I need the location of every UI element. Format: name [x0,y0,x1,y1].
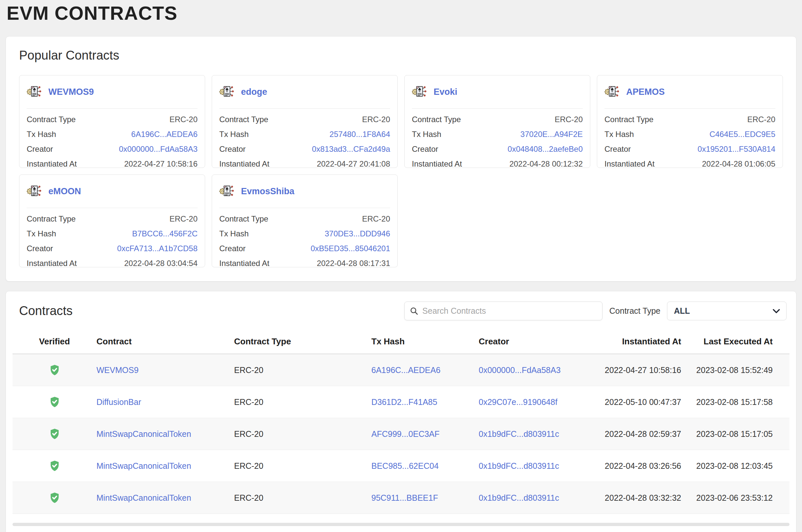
last-executed-at-cell: 2023-02-08 15:52:49 [681,365,773,375]
instantiated-at-value: 2022-04-28 03:04:54 [124,256,197,271]
contract-link[interactable]: MintSwapCanonicalToken [96,429,234,439]
contract-type-select[interactable]: ALL [667,302,786,320]
popular-contracts-panel: Popular Contracts WEVMOS9 Contract TypeE… [5,36,797,282]
instantiated-at-cell: 2022-05-10 00:47:37 [577,397,681,407]
creator-link[interactable]: 0x1b9dFC...d803911c [479,493,577,503]
verified-shield-icon [50,492,60,504]
contract-name-link[interactable]: WEVMOS9 [49,87,94,97]
last-executed-at-cell: 2023-02-08 15:17:05 [681,429,773,439]
page-title: EVM CONTRACTS [6,2,177,24]
contract-type-value: ERC-20 [362,112,390,127]
contract-type-cell: ERC-20 [234,365,371,375]
table-row: DiffusionBar ERC-20 D361D2...F41A85 0x29… [13,386,789,418]
field-label: Instantiated At [27,156,77,171]
field-label: Tx Hash [219,226,249,241]
field-label: Creator [605,141,631,156]
field-label: Contract Type [27,211,76,226]
contract-name-link[interactable]: Evoki [434,87,457,97]
contract-link[interactable]: WEVMOS9 [96,365,234,375]
contract-link[interactable]: DiffusionBar [96,397,234,407]
instantiated-at-cell: 2022-04-28 03:32:32 [577,493,681,503]
contract-card: edoge Contract TypeERC-20 Tx Hash257480.… [212,75,398,168]
col-header-contract-type: Contract Type [234,337,371,347]
col-header-contract: Contract [96,337,234,347]
last-executed-at-cell: 2023-02-08 12:03:45 [681,461,773,471]
contract-link[interactable]: MintSwapCanonicalToken [96,461,234,471]
tx-hash-link[interactable]: 257480...1F8A64 [329,127,390,141]
contracts-heading: Contracts [19,304,73,318]
contract-type-filter-label: Contract Type [609,306,661,316]
tx-hash-link[interactable]: D361D2...F41A85 [371,397,479,407]
contract-type-value: ERC-20 [170,112,197,127]
creator-link[interactable]: 0x000000...FdAa58A3 [119,141,197,156]
field-label: Instantiated At [219,256,269,271]
col-header-last-executed-at: Last Executed At [681,337,773,347]
contract-card: eMOON Contract TypeERC-20 Tx HashB7BCC6.… [19,174,205,267]
table-header-row: Verified Contract Contract Type Tx Hash … [13,329,789,354]
tx-hash-link[interactable]: 6A196C...AEDEA6 [131,127,197,141]
contract-type-value: ERC-20 [747,112,775,127]
field-label: Tx Hash [27,127,56,141]
creator-link[interactable]: 0xB5ED35...85046201 [310,241,390,256]
contract-name-link[interactable]: EvmosShiba [241,186,294,196]
contract-icon [219,84,234,99]
contract-card: EvmosShiba Contract TypeERC-20 Tx Hash37… [212,174,398,267]
field-label: Contract Type [605,112,653,127]
field-label: Instantiated At [27,256,77,271]
field-label: Creator [27,141,53,156]
table-row: MintSwapCanonicalToken ERC-20 AFC999...0… [13,418,789,450]
creator-link[interactable]: 0x813ad3...CFa2d49a [312,141,390,156]
table-row: WEVMOS9 ERC-20 6A196C...AEDEA6 0x000000.… [13,354,789,386]
field-label: Creator [27,241,53,256]
contract-name-link[interactable]: edoge [241,87,267,97]
verified-shield-icon [50,428,60,439]
contract-card: WEVMOS9 Contract TypeERC-20 Tx Hash6A196… [19,75,205,168]
contract-icon [219,184,234,198]
creator-link[interactable]: 0xcFA713...A1b7CD58 [117,241,197,256]
field-label: Tx Hash [605,127,634,141]
contract-type-value: ERC-20 [362,211,390,226]
selected-contract-type: ALL [674,306,690,316]
field-label: Tx Hash [219,127,249,141]
tx-hash-link[interactable]: 6A196C...AEDEA6 [371,365,479,375]
creator-link[interactable]: 0x000000...FdAa58A3 [479,365,577,375]
contract-card: APEMOS Contract TypeERC-20 Tx HashC464E5… [597,75,783,168]
field-label: Contract Type [27,112,76,127]
creator-link[interactable]: 0x1b9dFC...d803911c [479,461,577,471]
tx-hash-link[interactable]: B7BCC6...456F2C [132,226,197,241]
creator-link[interactable]: 0x048408...2aefeBe0 [508,141,583,156]
search-input[interactable] [422,306,597,316]
contract-card: Evoki Contract TypeERC-20 Tx Hash37020E.… [404,75,590,168]
field-label: Tx Hash [412,127,441,141]
table-row: MintSwapCanonicalToken ERC-20 95C911...B… [13,482,789,514]
contract-name-link[interactable]: APEMOS [626,87,665,97]
contract-type-cell: ERC-20 [234,493,371,503]
contract-icon [27,84,42,99]
creator-link[interactable]: 0x29C07e...9190648f [479,397,577,407]
contract-type-cell: ERC-20 [234,429,371,439]
horizontal-scrollbar[interactable] [13,523,789,526]
tx-hash-link[interactable]: 370DE3...DDD946 [325,226,390,241]
field-label: Creator [219,141,246,156]
search-icon [410,307,418,316]
tx-hash-link[interactable]: AFC999...0EC3AF [371,429,479,439]
contract-icon [605,84,619,99]
contract-name-link[interactable]: eMOON [49,186,81,196]
search-box [404,302,603,320]
contract-icon [412,84,427,99]
contract-type-cell: ERC-20 [234,461,371,471]
creator-link[interactable]: 0x1b9dFC...d803911c [479,429,577,439]
contracts-toolbar: Contracts Contract Type ALL [6,291,796,320]
field-label: Instantiated At [412,156,462,171]
contracts-table: Verified Contract Contract Type Tx Hash … [13,329,789,514]
tx-hash-link[interactable]: C464E5...EDC9E5 [709,127,775,141]
tx-hash-link[interactable]: 95C911...BBEE1F [371,493,479,503]
tx-hash-link[interactable]: BEC985...62EC04 [371,461,479,471]
instantiated-at-value: 2022-04-28 00:12:32 [509,156,583,171]
tx-hash-link[interactable]: 37020E...A94F2E [520,127,583,141]
chevron-down-icon [772,309,780,314]
contract-type-cell: ERC-20 [234,397,371,407]
contract-link[interactable]: MintSwapCanonicalToken [96,493,234,503]
creator-link[interactable]: 0x195201...F530A814 [698,141,775,156]
instantiated-at-cell: 2022-04-28 03:26:56 [577,461,681,471]
